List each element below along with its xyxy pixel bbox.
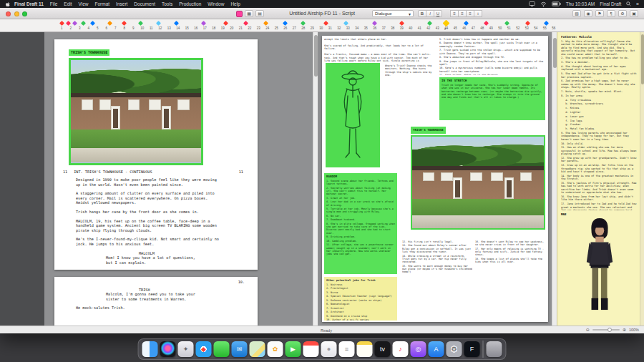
calendar-icon[interactable] bbox=[303, 341, 319, 357]
element-dropdown[interactable]: Dialogue ▾ bbox=[372, 10, 414, 17]
mail-icon[interactable]: ✉ bbox=[232, 341, 248, 357]
scene-marker[interactable] bbox=[72, 21, 77, 26]
close-button[interactable] bbox=[6, 11, 11, 16]
scene-label-chip[interactable]: TRISH'S TOWNHOUSE bbox=[69, 49, 109, 56]
menu-item[interactable]: File bbox=[50, 1, 57, 6]
finder-icon[interactable] bbox=[142, 341, 158, 357]
script-scrollbar[interactable] bbox=[313, 32, 318, 326]
scene-marker[interactable] bbox=[399, 21, 404, 26]
maps-icon[interactable] bbox=[250, 341, 265, 357]
menu-item[interactable]: Window bbox=[208, 1, 224, 6]
system-preferences-icon[interactable]: ⚙ bbox=[447, 341, 462, 357]
launchpad-icon[interactable]: ✦ bbox=[178, 341, 194, 357]
stretch-card[interactable]: IN THE STRETCH Trish no longer needs her… bbox=[439, 77, 545, 120]
facetime-icon[interactable]: ▶ bbox=[286, 341, 301, 357]
revision-icon[interactable]: ▧ bbox=[572, 10, 581, 17]
scene-marker[interactable] bbox=[66, 21, 71, 26]
scene-marker[interactable] bbox=[81, 21, 86, 26]
battery-icon[interactable] bbox=[552, 1, 561, 6]
notes-icon[interactable] bbox=[357, 341, 373, 357]
show-invisibles-icon[interactable]: ¶ bbox=[607, 10, 615, 17]
notes-board[interactable]: accept the limits that others place on h… bbox=[322, 36, 548, 322]
scene-marker[interactable] bbox=[107, 21, 112, 26]
scene-marker[interactable] bbox=[301, 21, 306, 26]
format-button[interactable]: U bbox=[434, 10, 442, 17]
script-page[interactable]: TRISH'S TOWNHOUSE bbox=[54, 39, 258, 270]
zoom-slider[interactable] bbox=[592, 329, 620, 331]
scene-marker[interactable] bbox=[525, 21, 530, 26]
final-draft-icon[interactable]: F bbox=[464, 341, 480, 357]
line-spacing-icon[interactable]: ↕ bbox=[474, 10, 482, 17]
scene-marker[interactable] bbox=[138, 21, 143, 26]
scene-marker[interactable] bbox=[174, 21, 179, 26]
zoom-out-icon[interactable]: ⊖ bbox=[586, 328, 590, 332]
tv-icon[interactable]: tv bbox=[375, 341, 391, 357]
bookmark-icon[interactable]: ⚑ bbox=[595, 10, 604, 17]
townhouse-photo[interactable] bbox=[69, 58, 203, 165]
random-card[interactable]: RANDOM 1. Second scene about her friends… bbox=[324, 173, 397, 274]
scrollbar-thumb[interactable] bbox=[641, 34, 644, 84]
scene-marker[interactable] bbox=[201, 21, 206, 26]
menu-item[interactable]: Help bbox=[230, 1, 240, 6]
script-page-next[interactable]: 10. TRISH Malcolm, I'm gonna need you to… bbox=[54, 277, 258, 326]
scene-marker[interactable] bbox=[544, 21, 549, 26]
preferences-icon[interactable]: ⚙ bbox=[618, 10, 627, 17]
menu-item[interactable]: Tools bbox=[162, 1, 172, 6]
beat-board-icon[interactable]: ▦ bbox=[245, 10, 253, 17]
menu-clock[interactable]: Thu 10:03 AM bbox=[566, 1, 595, 6]
user-menu[interactable]: Final Draft bbox=[600, 1, 621, 6]
costume-sketch-card[interactable] bbox=[326, 63, 380, 167]
menu-item[interactable]: Production bbox=[179, 1, 201, 6]
scene-marker[interactable] bbox=[243, 21, 248, 26]
notification-center-icon[interactable]: ≡ bbox=[636, 1, 639, 6]
scene-marker[interactable] bbox=[59, 21, 64, 26]
scene-marker[interactable] bbox=[90, 21, 95, 26]
zoom-in-icon[interactable]: ⊕ bbox=[623, 328, 626, 332]
photos-icon[interactable]: ✿ bbox=[268, 341, 283, 357]
scene-marker[interactable] bbox=[343, 21, 348, 26]
scene-marker[interactable] bbox=[504, 21, 509, 26]
menu-item[interactable]: Document bbox=[134, 1, 155, 6]
spotlight-icon[interactable] bbox=[626, 1, 631, 6]
panel-scrollbar[interactable] bbox=[640, 32, 644, 326]
zoom-slider-knob[interactable] bbox=[608, 328, 612, 332]
townhouse-photo-small[interactable] bbox=[411, 135, 545, 230]
panels-icon[interactable]: ▣ bbox=[630, 10, 638, 17]
menu-item[interactable]: Edit bbox=[64, 1, 72, 6]
scene-marker[interactable] bbox=[122, 21, 127, 26]
trash-icon[interactable] bbox=[487, 341, 502, 357]
scene-marker[interactable] bbox=[283, 21, 288, 26]
scene-marker[interactable] bbox=[156, 21, 161, 26]
wifi-icon[interactable] bbox=[540, 1, 547, 7]
music-icon[interactable]: ♪ bbox=[393, 341, 409, 357]
minimize-button[interactable] bbox=[14, 11, 19, 16]
siri-icon[interactable] bbox=[160, 341, 176, 357]
focus-view-icon[interactable]: ◉ bbox=[584, 10, 592, 17]
scene-marker[interactable] bbox=[263, 21, 268, 26]
reminders-icon[interactable]: ≡ bbox=[339, 341, 355, 357]
scene-marker[interactable] bbox=[223, 21, 228, 26]
scene-marker[interactable] bbox=[372, 21, 377, 26]
contacts-icon[interactable]: ● bbox=[321, 341, 337, 357]
display-icon[interactable] bbox=[529, 1, 535, 6]
scene-marker[interactable] bbox=[464, 21, 469, 26]
menu-item[interactable]: Format bbox=[95, 1, 110, 6]
menu-item[interactable]: Final Draft 11 bbox=[14, 1, 44, 6]
menu-item[interactable]: View bbox=[79, 1, 89, 6]
safari-icon[interactable]: ◆ bbox=[196, 341, 212, 357]
highlight-color-swatch[interactable] bbox=[236, 11, 243, 17]
apple-menu-icon[interactable] bbox=[5, 1, 10, 7]
scene-marker[interactable] bbox=[484, 21, 489, 26]
perks-card[interactable]: Other potential jobs for Trish 1. Waitre… bbox=[324, 277, 397, 321]
messages-icon[interactable] bbox=[214, 341, 230, 357]
scene-marker[interactable] bbox=[427, 21, 432, 26]
scene-label-chip[interactable]: TRISH'S TOWNHOUSE bbox=[411, 127, 446, 134]
notes-scrollbar[interactable] bbox=[552, 32, 557, 326]
fullscreen-button[interactable] bbox=[22, 11, 27, 16]
scene-marker[interactable] bbox=[323, 21, 328, 26]
menu-item[interactable]: Insert bbox=[116, 1, 127, 6]
page-view-icon[interactable]: ▤ bbox=[255, 10, 264, 17]
appstore-icon[interactable]: A bbox=[429, 341, 444, 357]
podcasts-icon[interactable]: ◎ bbox=[411, 341, 426, 357]
scene-marker[interactable] bbox=[443, 20, 450, 27]
